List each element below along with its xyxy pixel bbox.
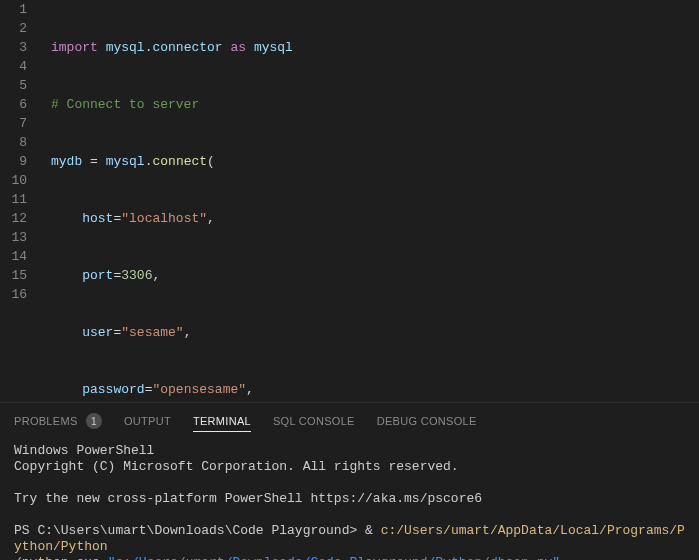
terminal-line: Windows PowerShell	[14, 443, 154, 458]
terminal-prompt: PS C:\Users\umart\Downloads\Code Playgro…	[14, 523, 365, 538]
line-number: 6	[0, 95, 27, 114]
code-editor[interactable]: 1 2 3 4 5 6 7 8 9 10 11 12 13 14 15 16 i…	[0, 0, 699, 402]
tab-terminal[interactable]: TERMINAL	[193, 411, 251, 432]
code-line: import mysql.connector as mysql	[51, 38, 699, 57]
line-number: 15	[0, 266, 27, 285]
terminal-amp: &	[365, 523, 381, 538]
line-number: 4	[0, 57, 27, 76]
terminal-arg: "c:/Users/umart/Downloads/Code Playgroun…	[108, 555, 560, 560]
line-number: 9	[0, 152, 27, 171]
line-number: 16	[0, 285, 27, 304]
line-number: 14	[0, 247, 27, 266]
line-number: 1	[0, 0, 27, 19]
terminal-output[interactable]: Windows PowerShell Copyright (C) Microso…	[0, 439, 699, 560]
code-line: user="sesame",	[51, 323, 699, 342]
line-number: 7	[0, 114, 27, 133]
tab-sql-console[interactable]: SQL CONSOLE	[273, 411, 355, 431]
problems-badge: 1	[86, 413, 102, 429]
terminal-path: /python.exe	[14, 555, 108, 560]
code-line: port=3306,	[51, 266, 699, 285]
tab-output[interactable]: OUTPUT	[124, 411, 171, 431]
code-line: # Connect to server	[51, 95, 699, 114]
line-number-gutter: 1 2 3 4 5 6 7 8 9 10 11 12 13 14 15 16	[0, 0, 45, 402]
terminal-line: Try the new cross-platform PowerShell ht…	[14, 491, 482, 506]
code-line: mydb = mysql.connect(	[51, 152, 699, 171]
tab-label: OUTPUT	[124, 415, 171, 427]
code-line: host="localhost",	[51, 209, 699, 228]
line-number: 8	[0, 133, 27, 152]
line-number: 3	[0, 38, 27, 57]
tab-debug-console[interactable]: DEBUG CONSOLE	[377, 411, 477, 431]
tab-label: DEBUG CONSOLE	[377, 415, 477, 427]
line-number: 11	[0, 190, 27, 209]
tab-label: TERMINAL	[193, 415, 251, 427]
code-line: password="opensesame",	[51, 380, 699, 399]
line-number: 2	[0, 19, 27, 38]
tab-label: SQL CONSOLE	[273, 415, 355, 427]
panel-tabs: PROBLEMS 1 OUTPUT TERMINAL SQL CONSOLE D…	[0, 403, 699, 439]
code-area[interactable]: import mysql.connector as mysql # Connec…	[45, 0, 699, 402]
tab-problems[interactable]: PROBLEMS 1	[14, 409, 102, 433]
line-number: 13	[0, 228, 27, 247]
bottom-panel: PROBLEMS 1 OUTPUT TERMINAL SQL CONSOLE D…	[0, 402, 699, 560]
line-number: 5	[0, 76, 27, 95]
tab-label: PROBLEMS	[14, 415, 78, 427]
line-number: 12	[0, 209, 27, 228]
line-number: 10	[0, 171, 27, 190]
terminal-line: Copyright (C) Microsoft Corporation. All…	[14, 459, 459, 474]
